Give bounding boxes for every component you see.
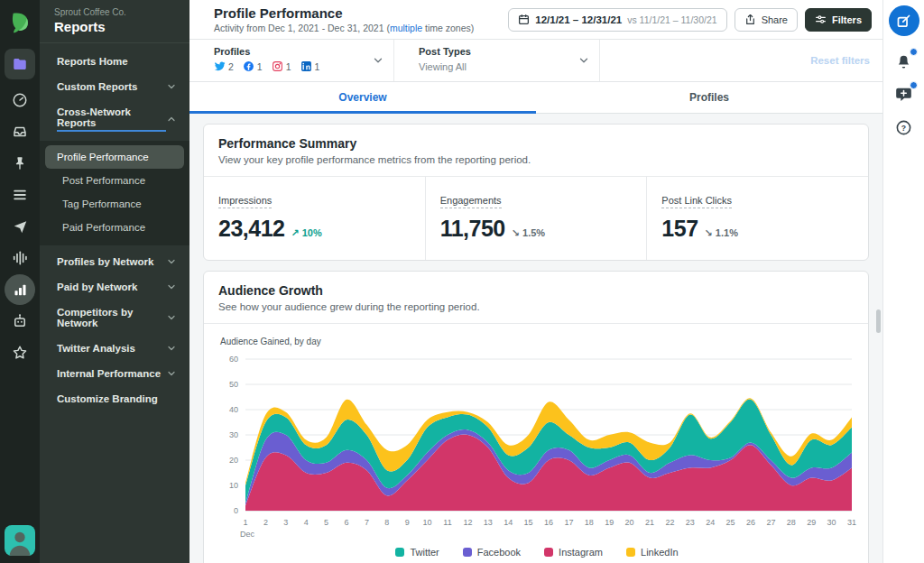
inbox-icon[interactable] xyxy=(5,116,35,147)
svg-text:26: 26 xyxy=(746,518,755,527)
audience-growth-description: See how your audience grew during the re… xyxy=(218,301,854,312)
multiple-timezones-link[interactable]: multiple xyxy=(390,23,422,33)
sidebar-item-cross-network-reports[interactable]: Cross-Network Reports xyxy=(40,99,189,139)
facebook-profile-count: 1 xyxy=(243,60,263,72)
metric-engagements: Engagements11,750↘ 1.5% xyxy=(425,177,647,260)
compare-range-value: vs 11/1/21 – 11/30/21 xyxy=(627,14,716,25)
svg-text:12: 12 xyxy=(463,518,472,527)
sidebar-item-profiles-by-network[interactable]: Profiles by Network xyxy=(40,249,189,274)
page-subtitle: Activity from Dec 1, 2021 - Dec 31, 2021… xyxy=(214,23,501,33)
metric-impressions: Impressions23,412↗ 10% xyxy=(204,177,425,260)
app-icon-rail xyxy=(0,0,40,563)
page-header: Profile Performance Activity from Dec 1,… xyxy=(189,0,882,40)
svg-text:30: 30 xyxy=(827,518,836,527)
legend-item-linkedin[interactable]: LinkedIn xyxy=(626,547,679,558)
sidebar-item-profile-performance[interactable]: Profile Performance xyxy=(45,145,184,169)
filters-button[interactable]: Filters xyxy=(805,8,872,32)
metric-value-row: 23,412↗ 10% xyxy=(218,216,411,242)
sidebar-item-label: Competitors by Network xyxy=(57,307,166,328)
performance-summary-title: Performance Summary xyxy=(218,136,854,151)
legend-item-facebook[interactable]: Facebook xyxy=(463,547,521,558)
legend-swatch xyxy=(626,548,635,557)
user-avatar[interactable] xyxy=(5,525,35,556)
metric-label[interactable]: Engagements xyxy=(440,195,502,208)
twitter-icon xyxy=(214,60,226,72)
sidebar-item-post-performance[interactable]: Post Performance xyxy=(45,169,184,192)
twitter-profile-count: 2 xyxy=(214,60,234,72)
tab-overview[interactable]: Overview xyxy=(189,82,536,113)
metric-label[interactable]: Impressions xyxy=(218,195,272,208)
bot-icon[interactable] xyxy=(5,306,35,337)
sidebar-item-label: Custom Reports xyxy=(57,81,137,92)
metric-value: 157 xyxy=(661,216,698,242)
performance-summary-header: Performance Summary View your key profil… xyxy=(204,125,868,177)
chevron-down-icon xyxy=(166,282,177,292)
post-types-filter[interactable]: Post Types Viewing All xyxy=(394,40,600,81)
bell-icon[interactable] xyxy=(893,50,915,71)
reports-folder-icon[interactable] xyxy=(5,49,35,79)
sprout-leaf-logo[interactable] xyxy=(5,7,35,38)
sidebar-item-customize-branding[interactable]: Customize Branding xyxy=(40,386,189,411)
paper-plane-icon[interactable] xyxy=(5,211,35,242)
reset-filters-link[interactable]: Reset filters xyxy=(600,40,882,81)
svg-text:1: 1 xyxy=(243,518,247,527)
sidebar-nav: Reports HomeCustom ReportsCross-Network … xyxy=(40,43,189,411)
pin-icon[interactable] xyxy=(5,148,35,179)
chevron-up-icon xyxy=(166,114,177,125)
audience-growth-chart-wrap: Audience Gained, by day 0102030405060123… xyxy=(204,324,868,563)
metric-label[interactable]: Post Link Clicks xyxy=(661,195,732,208)
svg-text:40: 40 xyxy=(229,405,238,414)
sidebar-item-reports-home[interactable]: Reports Home xyxy=(40,49,189,74)
rail-icons xyxy=(0,7,40,369)
facebook-count-value: 1 xyxy=(257,61,263,72)
sidebar-item-custom-reports[interactable]: Custom Reports xyxy=(40,74,189,99)
quick-actions-rail: ? xyxy=(882,0,924,563)
svg-text:4: 4 xyxy=(304,518,309,527)
compose-icon[interactable] xyxy=(889,5,919,36)
post-types-filter-label: Post Types xyxy=(419,46,588,57)
metric-change: ↘ 1.5% xyxy=(512,227,545,239)
metric-value: 11,750 xyxy=(440,216,505,242)
linkedin-icon xyxy=(300,60,312,72)
audience-growth-card: Audience Growth See how your audience gr… xyxy=(203,271,869,563)
sidebar-item-internal-performance[interactable]: Internal Performance xyxy=(40,361,189,386)
svg-text:2: 2 xyxy=(263,518,268,527)
sidebar-item-tag-performance[interactable]: Tag Performance xyxy=(45,192,184,216)
legend-item-instagram[interactable]: Instagram xyxy=(544,547,603,558)
scrollbar-thumb[interactable] xyxy=(876,309,881,333)
svg-text:30: 30 xyxy=(229,430,238,439)
profiles-filter-label: Profiles xyxy=(214,46,383,57)
profiles-filter[interactable]: Profiles 2111 xyxy=(189,40,394,81)
trend-down-arrow-icon: ↘ xyxy=(512,227,520,238)
sidebar-item-paid-performance[interactable]: Paid Performance xyxy=(45,216,184,239)
sidebar-item-competitors-by-network[interactable]: Competitors by Network xyxy=(40,300,189,336)
notification-dot xyxy=(910,81,918,89)
svg-text:11: 11 xyxy=(443,518,451,527)
svg-text:5: 5 xyxy=(324,518,328,527)
svg-text:10: 10 xyxy=(229,481,238,490)
bar-chart-icon[interactable] xyxy=(5,274,35,305)
sidebar-item-twitter-analysis[interactable]: Twitter Analysis xyxy=(40,336,189,361)
help-icon[interactable]: ? xyxy=(893,116,915,138)
list-icon[interactable] xyxy=(5,180,35,210)
sidebar-item-paid-by-network[interactable]: Paid by Network xyxy=(40,274,189,300)
sidebar-item-label: Profiles by Network xyxy=(57,256,153,267)
summary-metrics: Impressions23,412↗ 10%Engagements11,750↘… xyxy=(204,177,868,260)
notification-dot xyxy=(910,48,918,56)
page-title: Profile Performance xyxy=(214,5,501,21)
waveform-icon[interactable] xyxy=(5,243,35,273)
tab-profiles[interactable]: Profiles xyxy=(536,82,882,113)
metric-change: ↘ 1.1% xyxy=(705,227,738,239)
date-range-button[interactable]: 12/1/21 – 12/31/21 vs 11/1/21 – 11/30/21 xyxy=(508,8,726,32)
legend-label: Twitter xyxy=(410,547,439,558)
svg-text:16: 16 xyxy=(544,518,553,527)
star-icon[interactable] xyxy=(5,337,35,368)
svg-text:21: 21 xyxy=(645,518,654,527)
legend-item-twitter[interactable]: Twitter xyxy=(395,547,439,558)
chat-add-icon[interactable] xyxy=(893,83,915,105)
main-content: Profile Performance Activity from Dec 1,… xyxy=(189,0,882,563)
share-button[interactable]: Share xyxy=(735,8,798,32)
chevron-down-icon xyxy=(166,81,177,92)
svg-text:22: 22 xyxy=(665,518,674,527)
gauge-icon[interactable] xyxy=(5,85,35,115)
